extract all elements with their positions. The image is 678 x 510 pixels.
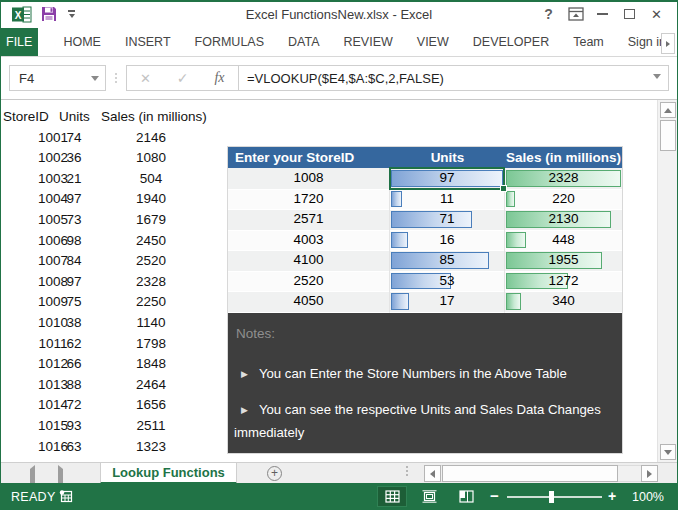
lookup-cell-storeid[interactable]: 2520: [228, 271, 390, 293]
scroll-right-icon[interactable]: [641, 465, 658, 482]
ribbon-display-options-icon[interactable]: [562, 3, 589, 25]
vertical-scrollbar[interactable]: [657, 100, 677, 462]
lookup-cell-sales[interactable]: 220: [505, 189, 622, 211]
lookup-cell-units[interactable]: 17: [390, 291, 505, 313]
zoom-slider-thumb[interactable]: [549, 491, 554, 503]
cell[interactable]: 73: [44, 209, 104, 230]
expand-formula-bar-icon[interactable]: [653, 74, 661, 79]
lookup-cell-storeid[interactable]: 4100: [228, 250, 390, 272]
tab-bar-resize-grip[interactable]: [406, 466, 408, 476]
cell[interactable]: 98: [44, 230, 104, 251]
ribbon-tab-insert[interactable]: INSERT: [113, 28, 183, 56]
cell[interactable]: 62: [44, 333, 104, 354]
cell[interactable]: 66: [44, 353, 104, 374]
lookup-cell-units[interactable]: 53: [390, 271, 505, 293]
minimize-icon[interactable]: [589, 3, 616, 25]
cell[interactable]: 38: [44, 312, 104, 333]
lookup-cell-storeid[interactable]: 4050: [228, 291, 390, 313]
lookup-cell-units[interactable]: 85: [390, 250, 505, 272]
cancel-icon[interactable]: [127, 66, 164, 90]
ribbon-tab-view[interactable]: VIEW: [405, 28, 461, 56]
new-sheet-icon[interactable]: [267, 466, 282, 481]
title-bar: X Excel FunctionsNew.xlsx - Excel: [0, 0, 678, 28]
insert-function-button[interactable]: fx: [201, 66, 238, 90]
cell[interactable]: 1080: [96, 147, 206, 168]
name-box-dropdown-icon[interactable]: [91, 76, 99, 81]
cell[interactable]: 93: [44, 415, 104, 436]
cell[interactable]: 63: [44, 436, 104, 457]
worksheet[interactable]: StoreID Units Sales (in millions) 100174…: [0, 100, 678, 462]
scroll-up-icon[interactable]: [660, 102, 676, 118]
cell[interactable]: 2146: [96, 127, 206, 148]
cell[interactable]: 2464: [96, 374, 206, 395]
scroll-down-icon[interactable]: [660, 444, 676, 460]
cell[interactable]: 97: [44, 271, 104, 292]
maximize-icon[interactable]: [616, 3, 643, 25]
lookup-cell-sales[interactable]: 1955: [505, 250, 622, 272]
ribbon-tab-home[interactable]: HOME: [51, 28, 113, 56]
normal-view-button[interactable]: [377, 486, 407, 507]
lookup-cell-sales[interactable]: 2130: [505, 209, 622, 231]
zoom-in-button[interactable]: [608, 488, 616, 504]
cell[interactable]: 2520: [96, 250, 206, 271]
cell[interactable]: 97: [44, 188, 104, 209]
lookup-cell-storeid[interactable]: 1720: [228, 189, 390, 211]
zoom-out-button[interactable]: [490, 487, 499, 504]
sheet-tab-lookup-functions[interactable]: Lookup Functions: [100, 463, 237, 484]
cell[interactable]: 1323: [96, 436, 206, 457]
tab-file[interactable]: FILE: [0, 28, 38, 56]
cell[interactable]: 2250: [96, 291, 206, 312]
vertical-scrollbar-thumb[interactable]: [660, 120, 676, 151]
cell[interactable]: 21: [44, 168, 104, 189]
cell[interactable]: 74: [44, 127, 104, 148]
lookup-cell-storeid[interactable]: 1008: [228, 168, 390, 190]
ribbon-tab-formulas[interactable]: FORMULAS: [183, 28, 276, 56]
name-box[interactable]: F4: [9, 65, 106, 91]
cell[interactable]: 1798: [96, 333, 206, 354]
horizontal-scrollbar-thumb[interactable]: [442, 465, 618, 482]
close-icon[interactable]: [643, 3, 670, 25]
lookup-cell-sales[interactable]: 448: [505, 230, 622, 252]
ribbon-tab-data[interactable]: DATA: [276, 28, 331, 56]
lookup-cell-sales[interactable]: 340: [505, 291, 622, 313]
scroll-left-icon[interactable]: [424, 465, 441, 482]
page-layout-view-button[interactable]: [414, 486, 444, 507]
cell[interactable]: 1679: [96, 209, 206, 230]
save-icon[interactable]: [41, 6, 57, 22]
cell[interactable]: 1940: [96, 188, 206, 209]
cell[interactable]: 72: [44, 394, 104, 415]
lookup-cell-sales[interactable]: 2328: [505, 168, 622, 190]
macro-recording-icon[interactable]: [59, 489, 73, 507]
customize-quick-access-dropdown-icon[interactable]: [68, 10, 75, 18]
zoom-level[interactable]: 100%: [632, 490, 664, 504]
ribbon-tab-review[interactable]: REVIEW: [332, 28, 405, 56]
cell[interactable]: 1140: [96, 312, 206, 333]
page-break-preview-button[interactable]: [451, 486, 481, 507]
formula-input[interactable]: =VLOOKUP($E4,$A:$C,2,FALSE): [238, 65, 669, 91]
cell[interactable]: 2450: [96, 230, 206, 251]
lookup-cell-sales[interactable]: 1272: [505, 271, 622, 293]
collapse-expand-button[interactable]: [661, 33, 675, 54]
cell[interactable]: 84: [44, 250, 104, 271]
cell[interactable]: 1656: [96, 394, 206, 415]
cell[interactable]: 1848: [96, 353, 206, 374]
cell[interactable]: 36: [44, 147, 104, 168]
lookup-cell-storeid[interactable]: 2571: [228, 209, 390, 231]
sales-data-bar: [506, 293, 521, 310]
lookup-cell-units[interactable]: 11: [390, 189, 505, 211]
lookup-cell-units[interactable]: 71: [390, 209, 505, 231]
lookup-cell-units[interactable]: 16: [390, 230, 505, 252]
cell[interactable]: 504: [96, 168, 206, 189]
cell[interactable]: 75: [44, 291, 104, 312]
ribbon-tab-developer[interactable]: DEVELOPER: [461, 28, 561, 56]
cell[interactable]: 88: [44, 374, 104, 395]
lookup-cell-storeid[interactable]: 4003: [228, 230, 390, 252]
lookup-cell-units[interactable]: 97: [390, 168, 505, 190]
ribbon-tab-team[interactable]: Team: [561, 28, 616, 56]
cell-value: 1008: [293, 170, 323, 185]
zoom-slider-track[interactable]: [507, 496, 602, 498]
cell[interactable]: 2511: [96, 415, 206, 436]
cell[interactable]: 2328: [96, 271, 206, 292]
help-icon[interactable]: [535, 3, 562, 25]
enter-icon[interactable]: [164, 66, 201, 90]
